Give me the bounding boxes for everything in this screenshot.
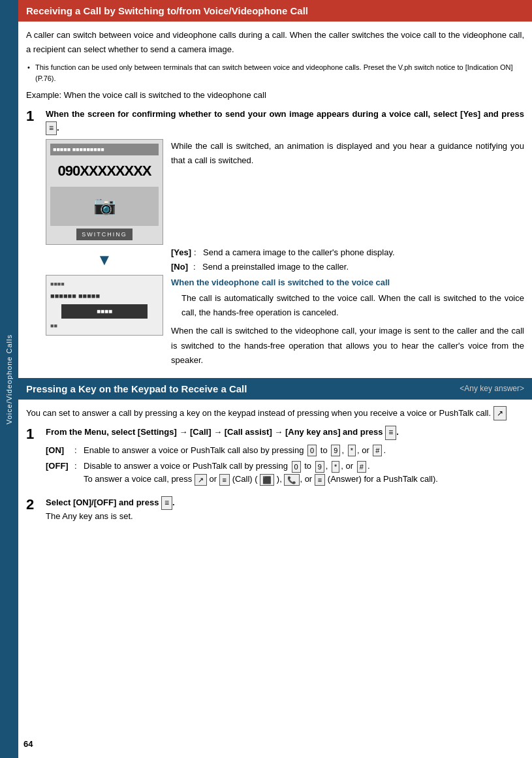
on-step: [ON] : Enable to answer a voice or PushT… bbox=[46, 444, 524, 458]
s2step1-btn[interactable]: ≡ bbox=[385, 426, 396, 439]
on-key: [ON] bbox=[46, 444, 72, 458]
step1-content: When the screen for confirming whether t… bbox=[46, 108, 524, 368]
step1-description: While the call is switched, an animation… bbox=[171, 139, 524, 368]
videophone-switch-title: When the videophone call is switched to … bbox=[171, 276, 524, 290]
call-btn[interactable]: ↗ bbox=[195, 474, 207, 486]
arrow-down-icon: ▼ bbox=[97, 247, 112, 272]
section2-content: You can set to answer a call by pressing… bbox=[18, 406, 532, 524]
yes-note: [Yes] : Send a camera image to the calle… bbox=[171, 246, 524, 259]
answer-btn[interactable]: ≡ bbox=[315, 474, 325, 486]
phone-camera-icon: 📷 bbox=[93, 191, 116, 221]
section2-step2: 2 Select [ON]/[OFF] and press ≡. The Any… bbox=[26, 496, 524, 524]
s2step2-number: 2 bbox=[26, 497, 46, 512]
s2step2-desc: The Any key ans is set. bbox=[46, 510, 524, 524]
s2step1-details: [ON] : Enable to answer a voice or PushT… bbox=[46, 444, 524, 486]
phone2-name: ■■■■■■ ■■■■■ bbox=[50, 291, 159, 302]
notes-block: [Yes] : Send a camera image to the calle… bbox=[171, 246, 524, 368]
no-colon: : bbox=[193, 261, 200, 274]
phone1-topbar: ■■■■■ ■■■■■■■■■ bbox=[50, 144, 159, 155]
phone-icon2: 📞 bbox=[284, 474, 300, 486]
step1-number: 1 bbox=[26, 109, 46, 123]
send-receive-icon: ↗ bbox=[493, 406, 507, 420]
off-colon: : bbox=[74, 460, 81, 473]
step1-title: When the screen for confirming whether t… bbox=[46, 108, 524, 135]
any-key-label: <Any key answer> bbox=[460, 384, 524, 393]
phone1-image: 📷 bbox=[50, 187, 159, 226]
s2step1-number: 1 bbox=[26, 427, 46, 441]
off-key-hash: # bbox=[357, 461, 366, 473]
videophone-switch-desc: The call is automatically switched to th… bbox=[171, 291, 524, 320]
yes-key: [Yes] bbox=[171, 246, 191, 259]
off-key-star: * bbox=[332, 461, 339, 473]
no-key: [No] bbox=[171, 261, 191, 274]
s2step1-content: From the Menu, select [Settings] → [Call… bbox=[46, 426, 524, 488]
section1-content: A caller can switch between voice and vi… bbox=[18, 28, 532, 368]
phone-column: ■■■■■ ■■■■■■■■■ 090XXXXXXXX 📷 SWITCHING … bbox=[46, 139, 163, 368]
phone-mockup2: ■■■■ ■■■■■■ ■■■■■ ■■■■ ■■ bbox=[46, 275, 163, 335]
no-text: Send a preinstalled image to the caller. bbox=[202, 261, 349, 274]
phone2-small: ■■ bbox=[50, 321, 159, 330]
main-content: Receiving a Call by Switching to/from Vo… bbox=[18, 0, 532, 524]
key-0: 0 bbox=[307, 445, 317, 457]
step1-row: ■■■■■ ■■■■■■■■■ 090XXXXXXXX 📷 SWITCHING … bbox=[46, 139, 524, 368]
page-number: 64 bbox=[18, 736, 38, 751]
section2-step1: 1 From the Menu, select [Settings] → [Ca… bbox=[26, 426, 524, 488]
menu-btn[interactable]: ≡ bbox=[219, 474, 230, 486]
key-9: 9 bbox=[331, 445, 340, 457]
yes-colon: : bbox=[194, 246, 200, 259]
section2-header: Pressing a Key on the Keypad to Receive … bbox=[18, 378, 532, 400]
s2step2-content: Select [ON]/[OFF] and press ≡. The Any k… bbox=[46, 496, 524, 524]
phone-mockup1: ■■■■■ ■■■■■■■■■ 090XXXXXXXX 📷 SWITCHING bbox=[46, 139, 163, 245]
section1-intro: A caller can switch between voice and vi… bbox=[26, 28, 524, 57]
phone1-number: 090XXXXXXXX bbox=[57, 159, 151, 182]
on-colon: : bbox=[74, 444, 81, 458]
s2step2-btn[interactable]: ≡ bbox=[161, 496, 172, 510]
key-star: * bbox=[348, 445, 356, 457]
phone2-btn: ■■■■ bbox=[61, 304, 148, 319]
key-hash: # bbox=[373, 445, 382, 457]
on-desc: Enable to answer a voice or PushTalk cal… bbox=[84, 444, 524, 457]
off-answer: To answer a voice call, press ↗ or ≡ (Ca… bbox=[84, 474, 438, 484]
section1-header: Receiving a Call by Switching to/from Vo… bbox=[18, 0, 532, 22]
sidebar-label: Voice/Videophone Calls bbox=[5, 334, 13, 424]
s2step1-title: From the Menu, select [Settings] → [Call… bbox=[46, 426, 524, 439]
off-desc: Disable to answer a voice or PushTalk ca… bbox=[84, 460, 524, 486]
extra-desc: When the call is switched to the videoph… bbox=[171, 324, 524, 367]
example-label: Example: When the voice call is switched… bbox=[26, 89, 524, 103]
step1-btn[interactable]: ≡ bbox=[46, 121, 57, 135]
phone2-top: ■■■■ bbox=[50, 279, 159, 289]
s2step2-title: Select [ON]/[OFF] and press ≡. bbox=[46, 496, 524, 510]
section2-intro: You can set to answer a call by pressing… bbox=[26, 406, 524, 421]
no-note: [No] : Send a preinstalled image to the … bbox=[171, 261, 524, 274]
section1-bullet: This function can be used only between t… bbox=[26, 62, 524, 84]
section1-step1: 1 When the screen for confirming whether… bbox=[26, 108, 524, 368]
off-key-0: 0 bbox=[292, 461, 301, 473]
off-key: [OFF] bbox=[46, 460, 72, 473]
paren-l: ⬛ bbox=[260, 474, 274, 486]
switching-label: SWITCHING bbox=[76, 229, 133, 240]
off-step: [OFF] : Disable to answer a voice or Pus… bbox=[46, 460, 524, 486]
sidebar: Voice/Videophone Calls bbox=[0, 0, 18, 758]
yes-text: Send a camera image to the caller's phon… bbox=[203, 246, 394, 259]
off-key-9: 9 bbox=[315, 461, 324, 473]
